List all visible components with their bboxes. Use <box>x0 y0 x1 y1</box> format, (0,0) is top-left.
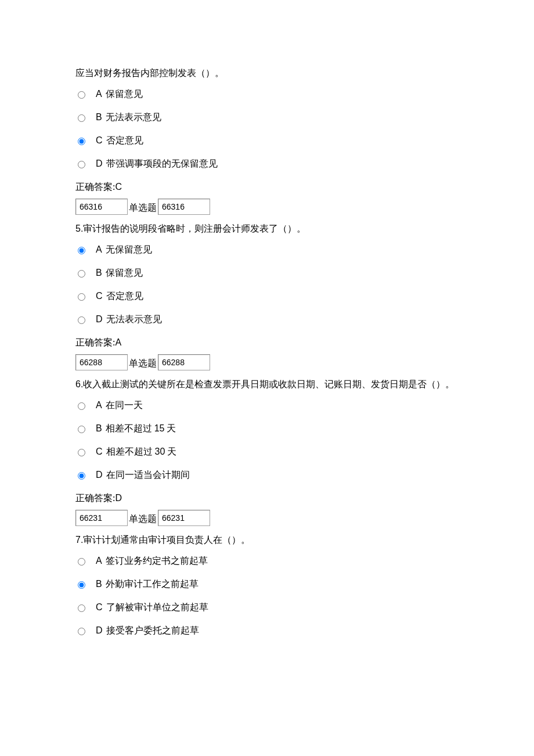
q7-radio-a[interactable] <box>78 558 85 566</box>
option-letter: B <box>96 422 102 435</box>
q7-radio-d[interactable] <box>78 628 85 635</box>
q4-option-d[interactable]: D 带强调事项段的无保留意见 <box>75 157 459 171</box>
type-label: 单选题 <box>129 512 157 526</box>
question-body: 审计报告的说明段省略时，则注册会计师发表了（）。 <box>83 224 306 233</box>
option-letter: C <box>96 134 103 147</box>
type-label: 单选题 <box>129 357 157 370</box>
q4-answer: 正确答案:C <box>75 180 459 194</box>
q5-radio-d[interactable] <box>78 316 85 324</box>
q6-option-b[interactable]: B 相差不超过 15 天 <box>75 422 459 435</box>
option-letter: C <box>96 445 103 459</box>
q6-option-a[interactable]: A 在同一天 <box>75 398 459 412</box>
q5-radio-c[interactable] <box>78 293 85 301</box>
q4-option-b[interactable]: B 无法表示意见 <box>75 110 459 124</box>
answer-label: 正确答案: <box>75 337 115 347</box>
q4-radio-c[interactable] <box>78 138 85 145</box>
q6-code-row: 单选题 <box>75 510 459 526</box>
type-label: 单选题 <box>129 201 157 215</box>
option-text: 带强调事项段的无保留意见 <box>106 157 218 171</box>
option-text: 相差不超过 15 天 <box>106 422 176 435</box>
option-text: 了解被审计单位之前起草 <box>106 600 208 614</box>
question-body: 收入截止测试的关键所在是检查发票开具日期或收款日期、记账日期、发货日期是否（）。 <box>83 379 454 389</box>
q6-radio-a[interactable] <box>78 402 85 410</box>
option-letter: B <box>96 110 102 124</box>
option-letter: D <box>96 624 103 638</box>
option-letter: B <box>96 577 102 591</box>
question-number: 5. <box>75 224 83 233</box>
q7-radio-b[interactable] <box>78 581 85 589</box>
question-6-text: 6.收入截止测试的关键所在是检查发票开具日期或收款日期、记账日期、发货日期是否（… <box>75 375 459 394</box>
option-text: 在同一适当会计期间 <box>106 468 190 482</box>
question-number: 7. <box>75 535 83 545</box>
q6-radio-c[interactable] <box>78 449 85 456</box>
question-4-partial-text: 应当对财务报告内部控制发表（）。 <box>75 64 459 82</box>
q7-option-d[interactable]: D 接受客户委托之前起草 <box>75 624 459 638</box>
option-letter: C <box>96 600 103 614</box>
option-letter: A <box>96 87 102 101</box>
code-input-1[interactable] <box>75 510 128 526</box>
q7-option-b[interactable]: B 外勤审计工作之前起草 <box>75 577 459 591</box>
q4-code-row: 单选题 <box>75 199 459 215</box>
q7-radio-c[interactable] <box>78 604 85 612</box>
question-body: 审计计划通常由审计项目负责人在（）。 <box>83 535 250 545</box>
option-letter: A <box>96 243 102 257</box>
q5-radio-b[interactable] <box>78 270 85 278</box>
option-text: 保留意见 <box>106 266 143 280</box>
option-letter: D <box>96 468 103 482</box>
answer-value: A <box>115 337 121 347</box>
q4-radio-d[interactable] <box>78 161 85 168</box>
option-text: 接受客户委托之前起草 <box>106 624 199 638</box>
question-number: 6. <box>75 379 83 389</box>
q5-option-a[interactable]: A 无保留意见 <box>75 243 459 257</box>
q7-option-c[interactable]: C 了解被审计单位之前起草 <box>75 600 459 614</box>
code-input-1[interactable] <box>75 354 128 370</box>
q5-answer: 正确答案:A <box>75 336 459 350</box>
q7-option-a[interactable]: A 签订业务约定书之前起草 <box>75 554 459 568</box>
option-letter: D <box>96 157 103 171</box>
q6-radio-b[interactable] <box>78 426 85 433</box>
q4-option-a[interactable]: A 保留意见 <box>75 87 459 101</box>
question-7-text: 7.审计计划通常由审计项目负责人在（）。 <box>75 531 459 549</box>
answer-value: D <box>115 493 122 503</box>
code-input-1[interactable] <box>75 199 128 215</box>
q4-radio-b[interactable] <box>78 114 85 122</box>
option-text: 保留意见 <box>106 87 143 101</box>
q6-answer: 正确答案:D <box>75 491 459 505</box>
code-input-2[interactable] <box>158 354 210 370</box>
option-text: 签订业务约定书之前起草 <box>106 554 208 568</box>
q4-option-c[interactable]: C 否定意见 <box>75 134 459 147</box>
option-text: 否定意见 <box>106 289 143 303</box>
option-letter: D <box>96 312 103 326</box>
q5-option-d[interactable]: D 无法表示意见 <box>75 312 459 326</box>
option-text: 无法表示意见 <box>106 110 161 124</box>
q6-option-d[interactable]: D 在同一适当会计期间 <box>75 468 459 482</box>
q6-radio-d[interactable] <box>78 472 85 480</box>
option-letter: A <box>96 398 102 412</box>
option-text: 无法表示意见 <box>106 312 162 326</box>
code-input-2[interactable] <box>158 510 210 526</box>
q5-option-b[interactable]: B 保留意见 <box>75 266 459 280</box>
q6-option-c[interactable]: C 相差不超过 30 天 <box>75 445 459 459</box>
answer-value: C <box>115 182 122 192</box>
question-5-text: 5.审计报告的说明段省略时，则注册会计师发表了（）。 <box>75 219 459 238</box>
q4-radio-a[interactable] <box>78 91 85 99</box>
option-text: 否定意见 <box>106 134 143 147</box>
option-text: 相差不超过 30 天 <box>106 445 177 459</box>
code-input-2[interactable] <box>158 199 210 215</box>
option-letter: B <box>96 266 102 280</box>
answer-label: 正确答案: <box>75 493 115 503</box>
answer-label: 正确答案: <box>75 182 115 192</box>
option-text: 外勤审计工作之前起草 <box>106 577 199 591</box>
option-letter: C <box>96 289 103 303</box>
q5-code-row: 单选题 <box>75 354 459 370</box>
q5-radio-a[interactable] <box>78 247 85 254</box>
option-letter: A <box>96 554 102 568</box>
q5-option-c[interactable]: C 否定意见 <box>75 289 459 303</box>
option-text: 在同一天 <box>106 398 143 412</box>
option-text: 无保留意见 <box>106 243 152 257</box>
